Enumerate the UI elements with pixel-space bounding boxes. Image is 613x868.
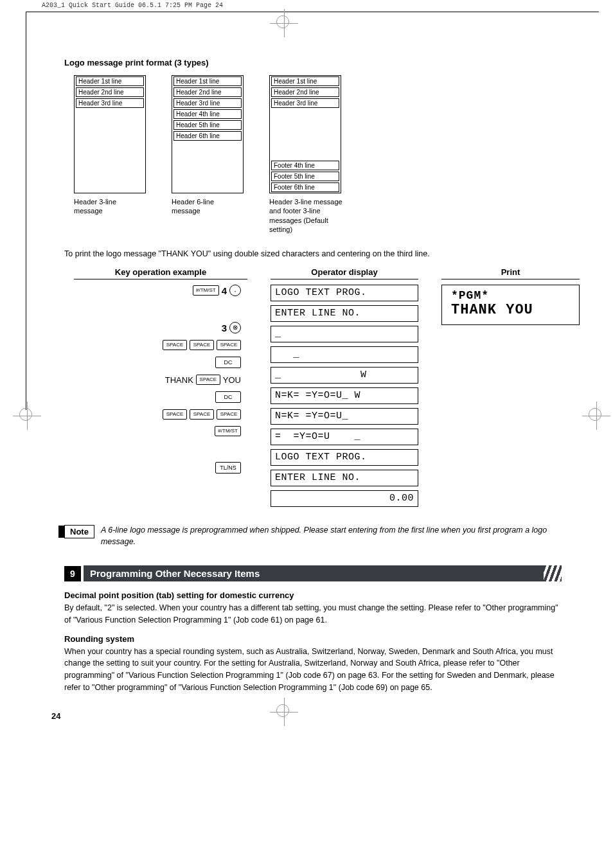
- key-dc: DC: [215, 357, 241, 368]
- format-cell: Header 1st line: [271, 76, 339, 86]
- format-cell: Header 2nd line: [76, 87, 144, 97]
- print-thank: THANK YOU: [451, 302, 570, 318]
- format-col-2: Header 1st line Header 2nd line Header 3…: [172, 75, 244, 234]
- key-space: SPACE: [163, 340, 187, 350]
- key-multiply: ⊗: [229, 322, 241, 333]
- lcd-line: ENTER LINE NO.: [271, 470, 418, 486]
- format-col-3: Header 1st line Header 2nd line Header 3…: [269, 75, 353, 234]
- lcd-line: _: [271, 346, 418, 363]
- format-caption: Header 3-line message: [74, 197, 145, 216]
- format-cell: Header 1st line: [173, 76, 242, 86]
- format-cell: Header 5th line: [173, 120, 242, 130]
- print-box: *PGM* THANK YOU: [441, 285, 580, 325]
- col-header-key: Key operation example: [74, 267, 247, 279]
- format-cell: Footer 4th line: [271, 161, 339, 170]
- sub2-text: When your country has a special rounding…: [64, 646, 562, 694]
- intro-text: To print the logo message "THANK YOU" us…: [64, 249, 562, 258]
- section-heading: 9 Programming Other Necessary Items: [64, 565, 562, 581]
- print-col: *PGM* THANK YOU: [441, 285, 580, 507]
- key-tmst: #/TM/ST: [215, 426, 241, 436]
- lcd-line: _ W: [271, 367, 418, 384]
- format-cell: Header 2nd line: [173, 87, 242, 97]
- lcd-line: ENTER LINE NO.: [271, 305, 418, 322]
- format-cell: Header 2nd line: [271, 87, 339, 97]
- sub1-text: By default, "2" is selected. When your c…: [64, 602, 562, 626]
- format-diagrams: Header 1st line Header 2nd line Header 3…: [74, 75, 562, 234]
- section-title: Programming Other Necessary Items: [84, 565, 544, 581]
- format-cell: Header 6th line: [173, 131, 242, 141]
- key-space: SPACE: [190, 409, 214, 420]
- print-pgm: *PGM*: [451, 289, 570, 302]
- digit-4: 4: [222, 285, 227, 296]
- lcd-line: LOGO TEXT PROG.: [271, 449, 418, 466]
- key-ops-col: #/TM/ST 4 · 3 ⊗ SPACE SPACE SPACE DC THA…: [74, 285, 247, 507]
- section-subtitle: Logo message print format (3 types): [64, 58, 562, 67]
- key-dc: DC: [215, 391, 241, 403]
- lcd-line: _: [271, 326, 418, 342]
- key-space: SPACE: [217, 409, 241, 420]
- sub1-title: Decimal point position (tab) setting for…: [64, 590, 562, 600]
- note-text: A 6-line logo message is preprogrammed w…: [101, 525, 562, 547]
- format-cell: Header 4th line: [173, 109, 242, 119]
- key-dot: ·: [229, 285, 241, 296]
- format-cell: Footer 6th line: [271, 182, 339, 192]
- lcd-line: N=K= =Y=O=U_ W: [271, 387, 418, 404]
- key-space: SPACE: [196, 375, 220, 385]
- format-caption: Header 3-line message and footer 3-line …: [269, 197, 353, 234]
- note-block: Note A 6-line logo message is preprogram…: [64, 525, 562, 547]
- format-cell: Footer 5th line: [271, 172, 339, 181]
- note-label: Note: [64, 525, 94, 538]
- col-header-print: Print: [441, 267, 580, 279]
- key-space: SPACE: [217, 340, 241, 350]
- format-cell: Header 3rd line: [76, 98, 144, 108]
- page-number: 24: [51, 711, 60, 721]
- lcd-line: = =Y=O=U _: [271, 429, 418, 445]
- format-cell: Header 1st line: [76, 76, 144, 86]
- digit-3: 3: [222, 323, 227, 333]
- lcd-col: LOGO TEXT PROG. ENTER LINE NO. _ _ _ W N…: [271, 285, 418, 507]
- format-col-1: Header 1st line Header 2nd line Header 3…: [74, 75, 146, 234]
- section-num: 9: [64, 566, 81, 581]
- lcd-line: N=K= =Y=O=U_: [271, 408, 418, 425]
- lcd-line: LOGO TEXT PROG.: [271, 285, 418, 301]
- text-thank: THANK: [165, 375, 193, 385]
- key-space: SPACE: [163, 409, 187, 420]
- key-tmst: #/TM/ST: [193, 285, 219, 296]
- format-caption: Header 6-line message: [172, 197, 242, 216]
- text-you: YOU: [223, 375, 241, 385]
- format-cell: Header 3rd line: [173, 98, 242, 108]
- lcd-line: 0.00: [271, 490, 418, 507]
- col-header-display: Operator display: [271, 267, 418, 279]
- key-space: SPACE: [190, 340, 214, 350]
- format-cell: Header 3rd line: [271, 98, 339, 108]
- sub2-title: Rounding system: [64, 634, 562, 644]
- section-stripes-icon: [544, 565, 562, 581]
- key-tlns: TL/NS: [215, 462, 241, 474]
